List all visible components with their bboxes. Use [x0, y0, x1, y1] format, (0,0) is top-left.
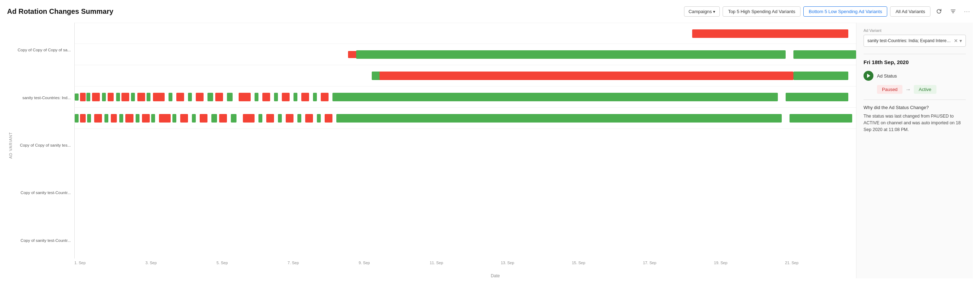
bar-row1-green1[interactable] — [356, 50, 786, 59]
filter-button[interactable] — [947, 6, 959, 17]
bar-row4-g3 — [105, 114, 108, 123]
y-axis-label: AD VARIANT — [8, 132, 13, 158]
campaigns-dropdown[interactable]: Campaigns — [684, 6, 720, 17]
bar-row2-red[interactable] — [380, 72, 794, 80]
bar-row3-r10 — [239, 93, 250, 101]
x-tick-6: 13. Sep — [501, 261, 572, 265]
y-item-2: Copy of Copy of sanity tes... — [14, 134, 74, 156]
bar-row3-g1 — [75, 94, 79, 101]
gantt-row-2 — [75, 65, 856, 86]
bar-row4-g11 — [258, 114, 262, 123]
bar-row3-r4 — [121, 93, 129, 101]
bar-row4-r7 — [180, 114, 188, 123]
x-tick-2: 5. Sep — [216, 261, 288, 265]
bar-row4-r11 — [266, 114, 274, 123]
main-content: AD VARIANT Copy of Copy of Copy of sa...… — [7, 23, 973, 278]
bar-row3-r13 — [301, 93, 309, 101]
bar-row3-r3 — [108, 93, 114, 101]
play-icon — [864, 71, 873, 81]
bar-row4-r1 — [80, 114, 85, 123]
y-item-0: Copy of Copy of Copy of sa... — [14, 39, 74, 61]
bar-row1-green2[interactable] — [794, 50, 856, 59]
ellipsis-icon: ··· — [964, 8, 970, 14]
bar-row4-g9 — [212, 114, 217, 123]
tab-low-spending[interactable]: Bottom 5 Low Spending Ad Variants — [803, 6, 887, 17]
status-row: Ad Status — [864, 71, 966, 81]
tab-all-variants[interactable]: All Ad Variants — [890, 6, 931, 17]
bar-row4-r6 — [159, 114, 171, 123]
bar-row4-g8 — [192, 114, 196, 123]
y-item-4: Copy of sanity test-Countr... — [14, 230, 74, 251]
campaigns-label: Campaigns — [689, 9, 712, 14]
ad-variant-section-label: Ad Variant — [864, 28, 966, 33]
bar-row2-green2[interactable] — [794, 72, 848, 80]
chart-area: AD VARIANT Copy of Copy of Copy of sa...… — [7, 23, 856, 278]
ad-variant-select[interactable]: sanity test-Countries: India; Expand Int… — [864, 35, 966, 47]
bar-row3-g7 — [169, 93, 172, 101]
bar-row4-g2 — [87, 114, 91, 123]
bar-row4-g10 — [231, 114, 236, 123]
reason-label: Why did the Ad Status Change? — [864, 105, 966, 110]
bar-row3-g9 — [207, 93, 213, 101]
bar-row3-green-long[interactable] — [332, 93, 778, 101]
bar-row3-r8 — [196, 93, 204, 101]
bar-row4-g12 — [278, 114, 282, 123]
bar-row0-red[interactable] — [692, 29, 848, 38]
dropdown-chevron-icon[interactable]: ▾ — [959, 38, 962, 43]
bar-row4-r8 — [200, 114, 207, 123]
gantt-row-1 — [75, 44, 856, 65]
bar-row3-g10 — [227, 93, 232, 101]
panel-divider-1 — [864, 54, 966, 54]
bar-row4-r12 — [286, 114, 293, 123]
bar-row4-r3 — [111, 114, 117, 123]
bar-row4-r2 — [94, 114, 102, 123]
gantt-row-0 — [75, 23, 856, 44]
bar-row3-r6 — [153, 93, 165, 101]
chart-wrapper: AD VARIANT Copy of Copy of Copy of sa...… — [7, 23, 856, 278]
x-tick-4: 9. Sep — [359, 261, 430, 265]
tab-high-spending[interactable]: Top 5 High Spending Ad Variants — [722, 6, 800, 17]
ad-status-label: Ad Status — [877, 73, 897, 78]
bar-row3-green-end[interactable] — [786, 93, 848, 101]
campaigns-chevron — [713, 9, 715, 14]
date-heading: Fri 18th Sep, 2020 — [864, 59, 966, 65]
y-item-1: sanity test-Countries: Ind... — [14, 87, 74, 108]
bar-row3-g14 — [313, 93, 317, 101]
bar-row3-g8 — [188, 93, 192, 101]
more-options-button[interactable]: ··· — [962, 6, 973, 17]
bar-row4-g14 — [317, 114, 321, 123]
status-badge-paused: Paused — [877, 85, 902, 94]
x-axis: 1. Sep 3. Sep 5. Sep 7. Sep 9. Sep 11. S… — [74, 258, 856, 273]
gantt-row-4 — [75, 108, 856, 129]
x-tick-9: 19. Sep — [714, 261, 785, 265]
bar-row3-g6 — [146, 93, 151, 101]
x-tick-1: 3. Sep — [145, 261, 217, 265]
bar-row4-g13 — [298, 114, 301, 123]
page-header: Ad Rotation Changes Summary Campaigns To… — [7, 6, 973, 17]
clear-icon[interactable]: ✕ — [954, 38, 958, 43]
y-axis-label-container: AD VARIANT — [7, 26, 14, 264]
panel-divider-2 — [864, 99, 966, 100]
bar-row3-g4 — [116, 93, 120, 101]
refresh-button[interactable] — [933, 6, 945, 17]
bar-row4-g6 — [151, 114, 155, 123]
ad-variant-select-text: sanity test-Countries: India; Expand Int… — [867, 38, 952, 43]
x-tick-3: 7. Sep — [288, 261, 359, 265]
bar-row3-g13 — [293, 93, 298, 101]
bar-row4-r4 — [125, 114, 133, 123]
x-tick-7: 15. Sep — [572, 261, 643, 265]
y-axis-names: Copy of Copy of Copy of sa... sanity tes… — [14, 23, 74, 278]
bar-row4-r10 — [243, 114, 255, 123]
bar-row4-r5 — [142, 114, 150, 123]
bar-row3-r11 — [262, 93, 270, 101]
bar-row3-g2 — [86, 93, 90, 101]
bar-row4-green-end[interactable] — [789, 114, 852, 123]
x-tick-8: 17. Sep — [643, 261, 714, 265]
x-axis-label: Date — [135, 273, 856, 278]
svg-marker-0 — [867, 73, 870, 78]
x-tick-5: 11. Sep — [430, 261, 501, 265]
x-tick-10: 21. Sep — [785, 261, 856, 265]
bar-row4-g4 — [119, 114, 123, 123]
bar-row4-green-long[interactable] — [336, 114, 782, 123]
x-tick-0: 1. Sep — [74, 261, 145, 265]
